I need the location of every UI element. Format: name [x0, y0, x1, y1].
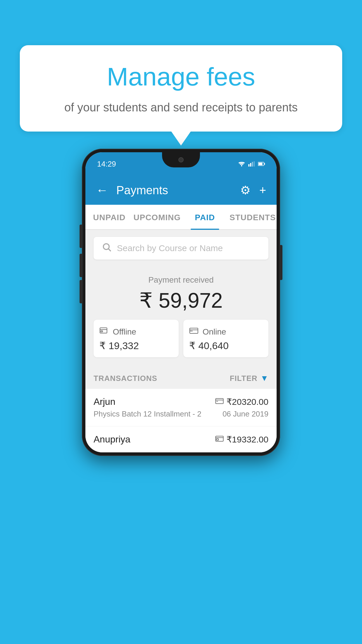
back-button[interactable]: ← [96, 183, 108, 197]
tabs-bar: UNPAID UPCOMING PAID STUDENTS [85, 205, 277, 230]
tab-unpaid[interactable]: UNPAID [85, 205, 133, 229]
transaction-item[interactable]: Anupriya ₹19332.00 [85, 426, 277, 452]
filter-icon: ▼ [260, 374, 268, 383]
filter-label: FILTER [230, 374, 257, 383]
payment-amount: ₹ 59,972 [94, 288, 268, 313]
transaction-row-top: Anupriya ₹19332.00 [94, 434, 268, 445]
svg-point-0 [241, 166, 242, 167]
offline-payment-icon [99, 327, 109, 337]
phone-mockup: 14:29 [82, 149, 280, 456]
status-bar: 14:29 [85, 152, 277, 176]
transaction-type-icon-offline [215, 435, 224, 444]
search-placeholder: Search by Course or Name [117, 243, 223, 253]
search-bar[interactable]: Search by Course or Name [94, 237, 268, 260]
online-card: Online ₹ 40,640 [183, 320, 268, 357]
offline-label: Offline [113, 327, 136, 337]
svg-rect-21 [216, 439, 218, 440]
svg-rect-3 [252, 162, 253, 167]
offline-amount: ₹ 19,332 [99, 340, 173, 351]
transaction-course: Physics Batch 12 Installment - 2 [94, 410, 201, 419]
speech-bubble: Manage fees of your students and send re… [20, 45, 342, 132]
bubble-title: Manage fees [43, 63, 319, 91]
payment-summary: Payment received ₹ 59,972 [85, 267, 277, 365]
payment-cards: Offline ₹ 19,332 [94, 320, 268, 357]
search-container: Search by Course or Name [85, 230, 277, 267]
svg-line-9 [108, 249, 111, 251]
phone-outer: 14:29 [82, 149, 280, 456]
svg-rect-6 [264, 163, 265, 165]
tab-upcoming[interactable]: UPCOMING [133, 205, 181, 229]
transaction-amount-area: ₹20320.00 [215, 397, 268, 407]
transaction-row-bottom: Physics Batch 12 Installment - 2 06 June… [94, 410, 268, 419]
transaction-amount: ₹19332.00 [226, 434, 268, 444]
transaction-list: Arjun ₹20320.00 [85, 389, 277, 452]
payment-received-label: Payment received [94, 275, 268, 285]
speech-bubble-wrapper: Manage fees of your students and send re… [20, 45, 342, 132]
svg-rect-1 [248, 164, 249, 167]
tab-students[interactable]: STUDENTS [229, 205, 277, 229]
camera [178, 157, 184, 162]
settings-icon[interactable]: ⚙ [240, 183, 251, 197]
filter-area[interactable]: FILTER ▼ [230, 374, 268, 383]
transaction-row-top: Arjun ₹20320.00 [94, 396, 268, 407]
transactions-label: TRANSACTIONS [94, 374, 157, 383]
offline-card-header: Offline [99, 327, 173, 337]
bubble-subtitle: of your students and send receipts to pa… [43, 99, 319, 116]
notch [162, 152, 200, 167]
svg-point-8 [103, 244, 109, 250]
svg-rect-4 [254, 161, 255, 167]
signal-icon [248, 161, 255, 167]
transaction-amount-area: ₹19332.00 [215, 434, 268, 444]
wifi-icon [238, 161, 245, 167]
online-card-header: Online [189, 327, 263, 337]
transaction-name: Arjun [94, 396, 115, 407]
app-bar-title: Payments [116, 184, 232, 197]
svg-rect-2 [250, 163, 251, 167]
app-bar-actions: ⚙ + [240, 183, 266, 197]
phone-screen: 14:29 [85, 152, 277, 452]
offline-card: Offline ₹ 19,332 [94, 320, 179, 357]
status-icons [238, 161, 265, 167]
search-icon [102, 242, 112, 254]
transactions-header: TRANSACTIONS FILTER ▼ [85, 365, 277, 389]
tab-paid[interactable]: PAID [181, 205, 229, 229]
online-label: Online [203, 327, 226, 337]
svg-rect-7 [259, 163, 263, 165]
transaction-date: 06 June 2019 [222, 410, 268, 419]
online-payment-icon [189, 327, 198, 337]
svg-rect-10 [100, 328, 107, 333]
status-time: 14:29 [97, 160, 116, 169]
transaction-item[interactable]: Arjun ₹20320.00 [85, 389, 277, 426]
app-bar: ← Payments ⚙ + [85, 176, 277, 205]
battery-icon [258, 161, 265, 167]
online-amount: ₹ 40,640 [189, 340, 263, 351]
transaction-amount: ₹20320.00 [226, 397, 268, 407]
add-icon[interactable]: + [259, 184, 266, 197]
transaction-type-icon-online [215, 398, 224, 406]
svg-rect-12 [101, 331, 103, 332]
transaction-name: Anupriya [94, 434, 130, 445]
